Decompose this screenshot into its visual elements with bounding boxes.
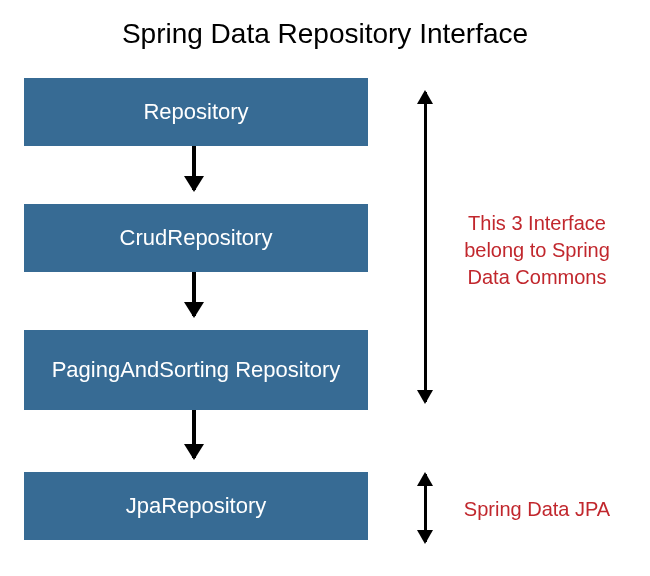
page-title: Spring Data Repository Interface	[0, 18, 650, 50]
bracket-arrow-icon	[424, 474, 427, 542]
box-crudrepository: CrudRepository	[24, 204, 368, 272]
box-jparepository: JpaRepository	[24, 472, 368, 540]
arrow-down-icon	[192, 146, 196, 190]
note-commons: This 3 Interface belong to Spring Data C…	[452, 210, 622, 291]
note-jpa: Spring Data JPA	[452, 496, 622, 523]
arrow-down-icon	[192, 272, 196, 316]
box-repository: Repository	[24, 78, 368, 146]
bracket-arrow-icon	[424, 92, 427, 402]
arrow-down-icon	[192, 410, 196, 458]
box-pagingandsorting: PagingAndSorting Repository	[24, 330, 368, 410]
